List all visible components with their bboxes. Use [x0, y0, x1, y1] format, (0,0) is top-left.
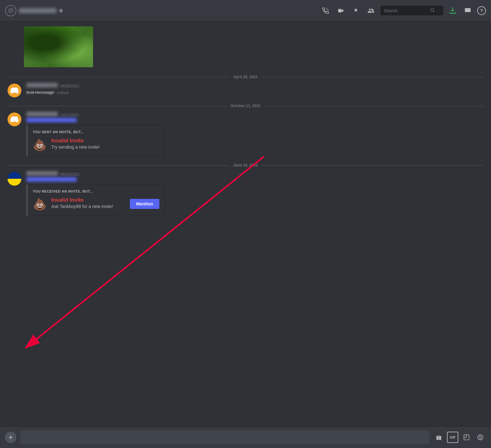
image-texture — [24, 26, 93, 67]
message-row-3: 06/16/2022 YOU RECEIVED AN INVITE, BUT..… — [0, 170, 491, 217]
message-input[interactable] — [20, 430, 429, 444]
chat-area: April 29, 2021 04/29/2021 test message (… — [0, 21, 491, 426]
avatar-2 — [8, 112, 21, 126]
date-label-1: April 29, 2021 — [233, 75, 257, 79]
add-friend-icon[interactable] — [365, 5, 377, 16]
mention-button[interactable]: Mention — [130, 199, 159, 209]
invite-name-received: Invalid Invite — [51, 197, 113, 203]
invite-card-title-received: YOU RECEIVED AN INVITE, BUT... — [33, 189, 159, 193]
date-divider-3: June 16, 2022 — [8, 163, 483, 167]
svg-point-8 — [479, 436, 480, 437]
input-bar: GIF — [0, 426, 491, 448]
poop-icon-sent: 💩 — [33, 138, 47, 151]
username-2 — [26, 112, 58, 116]
invite-card-left: 💩 Invalid Invite Ask Tankboy88 for a new… — [33, 197, 125, 211]
invite-card-body-sent: 💩 Invalid Invite Try sending a new invit… — [33, 138, 159, 151]
message-content-2: 10/11/2021 YOU SENT AN INVITE, BUT... 💩 … — [26, 112, 483, 157]
avatar-1 — [8, 84, 21, 97]
top-nav: @ — [0, 0, 491, 21]
timestamp-3: 06/16/2022 — [60, 172, 79, 177]
poop-icon-received: 💩 — [33, 198, 47, 211]
input-right-icons: GIF — [433, 432, 486, 443]
at-icon[interactable]: @ — [5, 5, 16, 16]
divider-line-left-3 — [8, 165, 229, 166]
message-link-3 — [26, 177, 77, 182]
divider-line-right — [262, 77, 483, 77]
date-divider-2: October 11, 2021 — [8, 104, 483, 108]
help-icon[interactable]: ? — [477, 6, 486, 15]
gif-button[interactable]: GIF — [447, 432, 458, 443]
invite-desc-received: Ask Tankboy88 for a new invite! — [51, 204, 113, 209]
message-header-3: 06/16/2022 — [26, 171, 483, 177]
video-icon[interactable] — [335, 5, 346, 16]
edited-label-1: (edited) — [57, 91, 69, 95]
invite-info-received: Invalid Invite Ask Tankboy88 for a new i… — [51, 197, 113, 209]
message-content-1: 04/29/2021 test message (edited) — [26, 83, 483, 96]
download-icon[interactable] — [447, 5, 458, 16]
invite-card-received: YOU RECEIVED AN INVITE, BUT... 💩 Invalid… — [26, 184, 165, 216]
timestamp-1: 04/29/2021 — [60, 84, 79, 88]
username-3 — [26, 171, 58, 176]
message-row-1: 04/29/2021 test message (edited) — [0, 82, 491, 99]
invite-desc-sent: Try sending a new invite! — [51, 145, 100, 150]
invite-info-sent: Invalid Invite Try sending a new invite! — [51, 138, 100, 150]
invite-card-title-sent: YOU SENT AN INVITE, BUT... — [33, 130, 159, 134]
svg-point-7 — [478, 435, 483, 440]
message-text-strike: test message — [26, 90, 54, 95]
message-content-3: 06/16/2022 YOU RECEIVED AN INVITE, BUT..… — [26, 171, 483, 216]
divider-line-left-2 — [8, 106, 227, 106]
username-1 — [26, 83, 58, 87]
nav-right: ? — [320, 5, 486, 16]
nav-username — [19, 8, 57, 13]
message-header-1: 04/29/2021 — [26, 83, 483, 88]
svg-rect-1 — [465, 8, 471, 12]
emoji-icon[interactable] — [475, 432, 486, 443]
invite-name-sent: Invalid Invite — [51, 138, 100, 144]
pin-icon[interactable] — [350, 5, 361, 16]
date-label-3: June 16, 2022 — [233, 163, 258, 167]
search-bar[interactable] — [380, 6, 443, 15]
timestamp-2: 10/11/2021 — [60, 113, 79, 117]
divider-line-left — [8, 77, 229, 77]
svg-point-9 — [481, 436, 481, 437]
message-link-2 — [26, 118, 77, 122]
phone-icon[interactable] — [320, 5, 331, 16]
invite-card-body-received: 💩 Invalid Invite Ask Tankboy88 for a new… — [33, 197, 159, 211]
search-icon — [430, 8, 435, 13]
nav-status-dot — [59, 9, 63, 13]
add-button[interactable] — [5, 432, 16, 443]
top-image — [24, 26, 93, 67]
search-input[interactable] — [384, 8, 428, 13]
message-row-2: 10/11/2021 YOU SENT AN INVITE, BUT... 💩 … — [0, 111, 491, 158]
message-text-1: test message (edited) — [26, 89, 483, 96]
sticker-icon[interactable] — [461, 432, 472, 443]
divider-line-right-2 — [264, 106, 483, 106]
date-divider-1: April 29, 2021 — [8, 75, 483, 79]
message-header-2: 10/11/2021 — [26, 112, 483, 117]
nav-left: @ — [5, 5, 320, 16]
invite-card-sent: YOU SENT AN INVITE, BUT... 💩 Invalid Inv… — [26, 125, 165, 157]
divider-line-right-3 — [262, 165, 483, 166]
gift-icon[interactable] — [433, 432, 444, 443]
svg-point-0 — [431, 8, 434, 11]
avatar-3 — [8, 172, 21, 186]
date-label-2: October 11, 2021 — [230, 104, 261, 108]
monitor-icon[interactable] — [462, 5, 473, 16]
